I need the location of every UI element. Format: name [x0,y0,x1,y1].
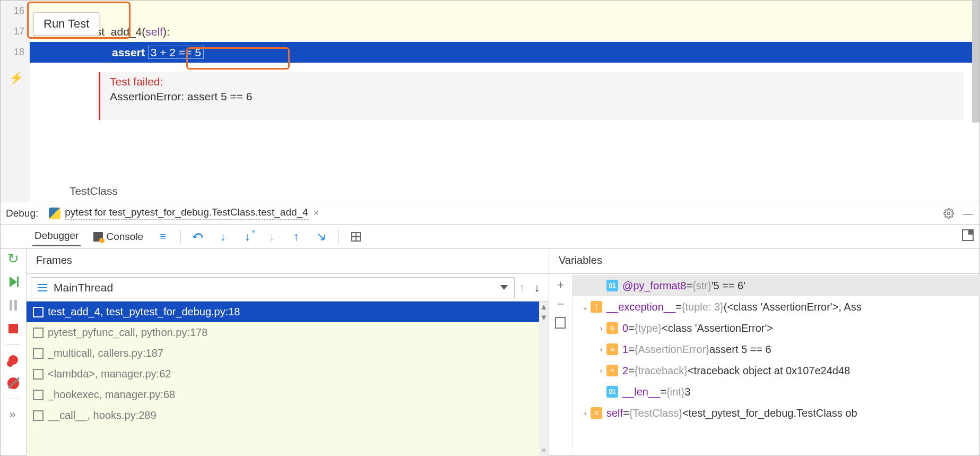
code-line[interactable] [30,1,979,21]
expand-chevron-icon[interactable]: › [580,409,591,417]
current-execution-line[interactable]: assert 3 + 2 == 5 [30,42,979,63]
frame-item[interactable]: <lambda>, manager.py:62 [27,364,549,384]
variable-row[interactable]: ›≡2 = {traceback} <traceback object at 0… [573,360,980,381]
frame-item[interactable]: _multicall, callers.py:187 [27,343,549,364]
frames-pane: Frames MainThread ↑ ↓ test_add_4, test_p… [27,247,549,456]
frame-icon [34,411,42,420]
frame-label: pytest_pyfunc_call, python.py:178 [48,322,207,343]
variable-row[interactable]: ⌄⋮__exception__ = {tuple: 3} (<class 'As… [573,296,980,317]
stop-icon[interactable] [5,321,21,337]
run-to-cursor-icon[interactable]: ↘I [314,230,327,244]
step-out-icon[interactable]: ↑ [289,230,303,244]
thread-dropdown[interactable]: MainThread [31,277,515,298]
console-icon [93,232,103,242]
var-type: {type} [635,322,662,334]
variable-row[interactable]: 01@py_format8 = {str} '5 == 6' [573,275,980,296]
remove-watch-icon[interactable]: − [554,297,568,311]
expand-chevron-icon[interactable]: › [596,345,606,354]
variable-row[interactable]: ›≡0 = {type} <class 'AssertionError'> [573,317,980,339]
frames-title: Frames [27,247,549,274]
frame-icon [34,370,42,378]
new-watch-icon[interactable]: + [554,278,568,292]
variable-row[interactable]: ›≡self = {TestClass} <test_pytest_for_de… [573,402,980,424]
tab-debugger[interactable]: Debugger [32,227,81,246]
frame-item[interactable]: test_add_4, test_pytest_for_debug.py:18 [27,302,549,322]
frame-item[interactable]: _hookexec, manager.py:68 [27,384,549,405]
debugger-content: Frames MainThread ↑ ↓ test_add_4, test_p… [27,247,980,456]
more-actions-icon[interactable]: » [5,407,21,423]
evaluate-expression-icon[interactable] [349,230,363,244]
hide-toolwindow-icon[interactable]: — [961,207,974,220]
breadcrumb[interactable]: TestClass [70,185,118,197]
line-number: 18 [1,42,30,63]
variable-row[interactable]: ›≡1 = {AssertionError} assert 5 == 6 [573,339,980,360]
frames-list[interactable]: test_add_4, test_pytest_for_debug.py:18 … [27,302,549,456]
step-over-icon[interactable] [192,230,205,244]
var-name: __len__ [622,386,660,398]
step-into-my-code-icon[interactable]: ↓≡ [240,230,254,244]
var-type-icon: 01 [606,280,618,291]
var-name: 2 [622,365,628,377]
resume-program-icon[interactable] [5,274,21,290]
code-text: ): [163,25,170,38]
var-name: 0 [622,322,628,334]
variable-row[interactable]: 01__len__ = {int} 3 [573,381,980,402]
var-name: @py_format8 [622,280,686,292]
expand-chevron-icon[interactable]: ⌄ [580,303,591,311]
failed-test-gutter-icon[interactable]: ⚡ [9,71,23,85]
separator [6,399,20,399]
variables-tree[interactable]: 01@py_format8 = {str} '5 == 6'⌄⋮__except… [573,274,980,456]
next-frame-icon[interactable]: ↓ [530,281,544,295]
var-type-icon: ≡ [606,322,618,334]
expand-chevron-icon[interactable]: › [596,366,606,375]
var-name: self [606,407,623,419]
frame-icon [34,391,42,399]
frame-item[interactable]: pytest_pyfunc_call, python.py:178 [27,322,549,343]
chevron-down-icon [500,285,508,290]
var-value: 3 [684,386,690,398]
frame-item[interactable]: __call__, hooks.py:289 [27,405,549,426]
rerun-icon[interactable]: ↻ [5,251,21,266]
tab-console[interactable]: Console [91,228,145,246]
code-line[interactable]: def test_add_4(self): [30,21,979,42]
failure-message: AssertionError: assert 5 == 6 [110,90,954,103]
view-breakpoints-icon[interactable] [5,352,21,368]
prev-frame-icon[interactable]: ↑ [515,281,530,295]
debug-side-toolbar: ↻ » [0,247,27,454]
editor-area: 16 17 18 ⚡ def test_add_4(self): assert … [1,1,979,202]
var-type: {traceback} [635,365,688,377]
annotation-highlight [27,2,131,39]
var-type-icon: ≡ [606,343,618,355]
scroll-down-icon[interactable]: ▼ [540,312,548,323]
code-area[interactable]: def test_add_4(self): assert 3 + 2 == 5 … [30,1,979,202]
var-value: <class 'AssertionError'> [662,322,773,334]
var-type: {TestClass} [629,407,682,419]
pause-program-icon[interactable] [5,297,21,313]
keyword-assert: assert [112,46,145,58]
frame-label: test_add_4, test_pytest_for_debug.py:18 [48,302,240,322]
duplicate-watch-icon[interactable] [554,316,568,330]
var-type-icon: ⋮ [591,301,602,313]
debug-session-name[interactable]: pytest for test_pytest_for_debug.TestCla… [65,207,308,220]
editor-scrollbar[interactable] [972,1,979,123]
more-icon[interactable]: » [542,445,546,454]
annotation-highlight [186,47,290,70]
settings-gear-icon[interactable] [942,207,955,220]
variables-pane: Variables + − 01@py_format8 = {str} '5 =… [549,247,980,456]
force-step-into-icon[interactable]: ↓ [265,230,279,244]
inline-failure-hint: Test failed: AssertionError: assert 5 ==… [99,72,964,120]
var-name: 1 [622,343,628,356]
close-tab-icon[interactable]: × [314,208,319,219]
scroll-up-icon[interactable]: ▲ [540,302,548,312]
frames-scrollbar[interactable]: ▲ ▼ » [539,302,549,456]
var-type-icon: ≡ [591,407,602,419]
layout-settings-icon[interactable] [962,229,974,241]
mute-breakpoints-icon[interactable] [5,375,21,391]
var-type: {str} [692,280,712,292]
expand-chevron-icon[interactable]: › [596,324,606,332]
step-into-icon[interactable]: ↓ [216,230,230,244]
separator [338,230,339,244]
var-value: '5 == 6' [712,280,745,292]
var-type: {int} [666,386,684,398]
threads-view-icon[interactable]: ≡ [156,230,170,244]
